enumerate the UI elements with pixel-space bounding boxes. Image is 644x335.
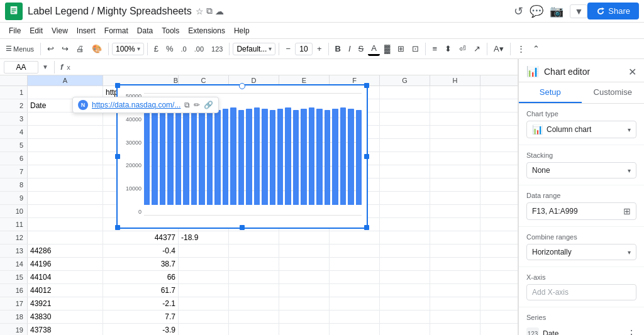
cell-e16[interactable] [279,284,330,297]
cell-a17[interactable]: 43921 [28,297,103,310]
history-icon[interactable]: ↺ [514,4,523,18]
cell-c12[interactable]: -18.9 [179,231,229,244]
cell-g10[interactable] [380,205,430,217]
cell-h16[interactable] [430,284,480,297]
font-select[interactable]: Default...▾ [233,43,275,55]
cell-d17[interactable] [229,297,279,310]
zoom-select[interactable]: 100%▾ [112,43,144,55]
valign-button[interactable]: ⬍ [441,42,455,55]
cell-e13[interactable] [279,244,330,257]
grid-select-icon[interactable]: ⊞ [623,206,631,216]
cell-h9[interactable] [430,192,480,204]
unlink-url-icon[interactable]: 🔗 [204,101,213,109]
cell-b16[interactable]: 61.7 [103,284,179,297]
cell-h1[interactable] [430,86,480,99]
chart-type-select[interactable]: 📊 Column chart ▾ [526,121,636,138]
cell-c15[interactable] [179,271,229,283]
cell-d19[interactable] [229,324,279,335]
print-button[interactable]: 🖨 [73,42,87,55]
cell-h7[interactable] [430,165,480,178]
cell-h3[interactable] [430,113,480,125]
cell-a18[interactable]: 43830 [28,310,103,323]
cell-c16[interactable] [179,284,229,297]
cell-e12[interactable] [279,231,330,244]
copy-url-icon[interactable]: ⧉ [184,101,190,109]
col-header-h[interactable]: H [430,75,480,85]
cell-a16[interactable]: 44012 [28,284,103,297]
cell-a9[interactable] [28,192,103,204]
undo-button[interactable]: ↩ [44,42,57,55]
cell-d13[interactable] [229,244,279,257]
video-icon[interactable]: 📷 [550,4,564,18]
cell-c17[interactable] [179,297,229,310]
cell-f12[interactable] [330,231,380,244]
cell-a6[interactable] [28,152,103,165]
cell-h10[interactable] [430,205,480,217]
cell-g14[interactable] [380,258,430,270]
strikethrough-button[interactable]: S [355,42,367,55]
cell-a19[interactable]: 43738 [28,324,103,335]
font-size-increase[interactable]: + [314,42,325,55]
cell-g17[interactable] [380,297,430,310]
cell-f15[interactable] [330,271,380,283]
cell-d15[interactable] [229,271,279,283]
cell-a4[interactable] [28,126,103,138]
cell-a8[interactable] [28,178,103,191]
cell-f13[interactable] [330,244,380,257]
cell-b18[interactable]: 7.7 [103,310,179,323]
cell-c14[interactable] [179,258,229,270]
highlight-button[interactable]: ▓ [381,42,393,55]
cell-g15[interactable] [380,271,430,283]
cell-b13[interactable]: -0.4 [103,244,179,257]
cell-h5[interactable] [430,139,480,151]
url-link[interactable]: https://data.nasdaq.com/... [92,101,180,109]
menu-view[interactable]: View [48,25,72,36]
cell-h6[interactable] [430,152,480,165]
cell-g16[interactable] [380,284,430,297]
chart-panel-close-button[interactable]: ✕ [628,66,636,78]
cell-a10[interactable] [28,205,103,217]
cell-f18[interactable] [330,310,380,323]
combine-ranges-select[interactable]: Horizontally ▾ [526,244,636,260]
cell-g4[interactable] [380,126,430,138]
cell-b14[interactable]: 38.7 [103,258,179,270]
merge-button[interactable]: ⊡ [409,42,422,55]
cell-h11[interactable] [430,218,480,231]
menu-extensions[interactable]: Extensions [184,25,229,36]
borders-button[interactable]: ⊞ [394,42,408,55]
cell-h15[interactable] [430,271,480,283]
cell-h19[interactable] [430,324,480,335]
menu-file[interactable]: File [5,25,25,36]
edit-url-icon[interactable]: ✏ [194,101,200,109]
col-header-g[interactable]: G [380,75,430,85]
stacking-select[interactable]: None ▾ [526,162,636,178]
cell-g13[interactable] [380,244,430,257]
cell-a11[interactable] [28,218,103,231]
cell-g2[interactable] [380,99,430,112]
font-size-input[interactable]: 10 [295,43,313,55]
cell-h13[interactable] [430,244,480,257]
currency-button[interactable]: £ [151,42,162,55]
font-color-button[interactable]: A [368,42,380,56]
cell-g8[interactable] [380,178,430,191]
formula-input[interactable] [74,62,514,73]
cell-g9[interactable] [380,192,430,204]
cell-f17[interactable] [330,297,380,310]
rotate-button[interactable]: ↗ [470,42,484,55]
align-button[interactable]: ≡ [429,42,440,55]
cell-h12[interactable] [430,231,480,244]
italic-button[interactable]: I [345,42,354,55]
comment-icon[interactable]: 💬 [530,4,543,18]
cell-a13[interactable]: 44286 [28,244,103,257]
menu-insert[interactable]: Insert [73,25,99,36]
decimal-less-button[interactable]: .00 [191,43,207,55]
cell-a5[interactable] [28,139,103,151]
cell-c18[interactable] [179,310,229,323]
cell-e14[interactable] [279,258,330,270]
cell-h18[interactable] [430,310,480,323]
cell-b12[interactable]: 44377 [103,231,179,244]
expand-row-icon[interactable]: ▼ [42,63,48,70]
cell-g19[interactable] [380,324,430,335]
cell-b15[interactable]: 66 [103,271,179,283]
cell-d16[interactable] [229,284,279,297]
